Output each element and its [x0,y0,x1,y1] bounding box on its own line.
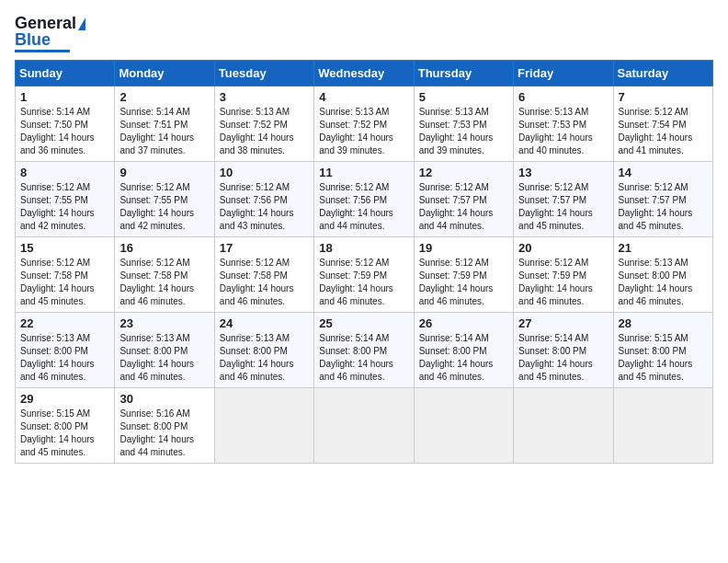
day-number: 1 [20,90,109,104]
day-number: 23 [119,316,209,330]
cell-info: Sunrise: 5:13 AMSunset: 7:52 PMDaylight:… [319,107,393,155]
calendar-cell: 13 Sunrise: 5:12 AMSunset: 7:57 PMDaylig… [514,162,613,237]
day-number: 8 [20,166,109,179]
day-number: 9 [119,166,209,179]
logo-text: General [15,15,85,31]
calendar-cell: 4 Sunrise: 5:13 AMSunset: 7:52 PMDayligh… [314,86,414,162]
cell-info: Sunrise: 5:12 AMSunset: 7:57 PMDaylight:… [619,182,693,231]
calendar-week-2: 8 Sunrise: 5:12 AMSunset: 7:55 PMDayligh… [16,162,713,237]
logo-blue: Blue [15,31,51,48]
cell-info: Sunrise: 5:14 AMSunset: 8:00 PMDaylight:… [419,333,494,382]
calendar-week-5: 29 Sunrise: 5:15 AMSunset: 8:00 PMDaylig… [16,388,713,464]
calendar-cell: 14 Sunrise: 5:12 AMSunset: 7:57 PMDaylig… [613,162,712,237]
cell-info: Sunrise: 5:12 AMSunset: 7:59 PMDaylight:… [518,258,593,306]
calendar-cell: 11 Sunrise: 5:12 AMSunset: 7:56 PMDaylig… [314,162,414,237]
day-header-wednesday: Wednesday [314,61,414,86]
day-number: 29 [20,392,109,406]
cell-info: Sunrise: 5:12 AMSunset: 7:58 PMDaylight:… [220,258,294,306]
calendar-cell: 19 Sunrise: 5:12 AMSunset: 7:59 PMDaylig… [414,237,513,313]
cell-info: Sunrise: 5:12 AMSunset: 7:54 PMDaylight:… [619,107,693,155]
day-number: 11 [319,166,408,179]
cell-info: Sunrise: 5:12 AMSunset: 7:59 PMDaylight:… [319,258,393,306]
calendar-cell: 2 Sunrise: 5:14 AMSunset: 7:51 PMDayligh… [115,86,214,162]
day-number: 28 [619,316,708,330]
cell-info: Sunrise: 5:13 AMSunset: 7:53 PMDaylight:… [419,107,494,155]
calendar-cell: 26 Sunrise: 5:14 AMSunset: 8:00 PMDaylig… [414,313,513,388]
day-number: 22 [20,316,109,330]
cell-info: Sunrise: 5:12 AMSunset: 7:59 PMDaylight:… [419,258,494,306]
calendar-cell: 21 Sunrise: 5:13 AMSunset: 8:00 PMDaylig… [613,237,712,313]
calendar-cell: 20 Sunrise: 5:12 AMSunset: 7:59 PMDaylig… [514,237,613,313]
day-number: 2 [119,90,209,104]
day-number: 4 [319,90,408,104]
cell-info: Sunrise: 5:16 AMSunset: 8:00 PMDaylight:… [119,408,194,457]
day-number: 13 [518,166,608,179]
calendar-cell: 24 Sunrise: 5:13 AMSunset: 8:00 PMDaylig… [214,313,313,388]
day-number: 21 [619,241,708,255]
cell-info: Sunrise: 5:13 AMSunset: 8:00 PMDaylight:… [20,333,95,382]
cell-info: Sunrise: 5:14 AMSunset: 7:51 PMDaylight:… [119,107,194,155]
cell-info: Sunrise: 5:13 AMSunset: 8:00 PMDaylight:… [619,258,693,306]
cell-info: Sunrise: 5:12 AMSunset: 7:56 PMDaylight:… [220,182,294,231]
day-header-monday: Monday [115,61,214,86]
calendar-cell: 7 Sunrise: 5:12 AMSunset: 7:54 PMDayligh… [613,86,712,162]
calendar-cell: 28 Sunrise: 5:15 AMSunset: 8:00 PMDaylig… [613,313,712,388]
cell-info: Sunrise: 5:13 AMSunset: 8:00 PMDaylight:… [119,333,194,382]
calendar-week-1: 1 Sunrise: 5:14 AMSunset: 7:50 PMDayligh… [16,86,713,162]
day-number: 30 [119,392,209,406]
day-header-friday: Friday [514,61,613,86]
day-number: 19 [419,241,508,255]
calendar-cell: 3 Sunrise: 5:13 AMSunset: 7:52 PMDayligh… [214,86,313,162]
calendar-cell: 5 Sunrise: 5:13 AMSunset: 7:53 PMDayligh… [414,86,513,162]
day-number: 18 [319,241,408,255]
day-number: 27 [518,316,608,330]
cell-info: Sunrise: 5:12 AMSunset: 7:55 PMDaylight:… [119,182,194,231]
calendar-cell: 25 Sunrise: 5:14 AMSunset: 8:00 PMDaylig… [314,313,414,388]
calendar-cell: 10 Sunrise: 5:12 AMSunset: 7:56 PMDaylig… [214,162,313,237]
day-number: 26 [419,316,508,330]
logo-underline [15,50,70,52]
day-header-thursday: Thursday [414,61,513,86]
calendar-cell: 9 Sunrise: 5:12 AMSunset: 7:55 PMDayligh… [115,162,214,237]
cell-info: Sunrise: 5:14 AMSunset: 8:00 PMDaylight:… [518,333,593,382]
calendar-week-4: 22 Sunrise: 5:13 AMSunset: 8:00 PMDaylig… [16,313,713,388]
cell-info: Sunrise: 5:13 AMSunset: 7:53 PMDaylight:… [518,107,593,155]
calendar-cell: 18 Sunrise: 5:12 AMSunset: 7:59 PMDaylig… [314,237,414,313]
calendar-cell [613,388,712,464]
calendar-cell: 15 Sunrise: 5:12 AMSunset: 7:58 PMDaylig… [16,237,115,313]
calendar-cell: 30 Sunrise: 5:16 AMSunset: 8:00 PMDaylig… [115,388,214,464]
calendar-table: SundayMondayTuesdayWednesdayThursdayFrid… [15,60,713,464]
calendar-cell [214,388,313,464]
day-header-saturday: Saturday [613,61,712,86]
calendar-cell [314,388,414,464]
day-number: 24 [220,316,309,330]
cell-info: Sunrise: 5:12 AMSunset: 7:57 PMDaylight:… [518,182,593,231]
cell-info: Sunrise: 5:12 AMSunset: 7:56 PMDaylight:… [319,182,393,231]
day-number: 15 [20,241,109,255]
day-number: 7 [619,90,708,104]
page-header: General Blue [15,15,713,52]
cell-info: Sunrise: 5:12 AMSunset: 7:58 PMDaylight:… [20,258,95,306]
cell-info: Sunrise: 5:14 AMSunset: 7:50 PMDaylight:… [20,107,95,155]
calendar-cell: 1 Sunrise: 5:14 AMSunset: 7:50 PMDayligh… [16,86,115,162]
day-number: 6 [518,90,608,104]
logo: General Blue [15,15,85,52]
calendar-cell: 23 Sunrise: 5:13 AMSunset: 8:00 PMDaylig… [115,313,214,388]
day-number: 12 [419,166,508,179]
calendar-week-3: 15 Sunrise: 5:12 AMSunset: 7:58 PMDaylig… [16,237,713,313]
day-number: 3 [220,90,309,104]
calendar-cell: 6 Sunrise: 5:13 AMSunset: 7:53 PMDayligh… [514,86,613,162]
day-header-sunday: Sunday [16,61,115,86]
calendar-cell: 22 Sunrise: 5:13 AMSunset: 8:00 PMDaylig… [16,313,115,388]
cell-info: Sunrise: 5:12 AMSunset: 7:58 PMDaylight:… [119,258,194,306]
calendar-header-row: SundayMondayTuesdayWednesdayThursdayFrid… [16,61,713,86]
day-number: 10 [220,166,309,179]
calendar-cell: 12 Sunrise: 5:12 AMSunset: 7:57 PMDaylig… [414,162,513,237]
day-number: 5 [419,90,508,104]
cell-info: Sunrise: 5:12 AMSunset: 7:57 PMDaylight:… [419,182,494,231]
cell-info: Sunrise: 5:15 AMSunset: 8:00 PMDaylight:… [20,408,95,457]
day-header-tuesday: Tuesday [214,61,313,86]
calendar-cell: 16 Sunrise: 5:12 AMSunset: 7:58 PMDaylig… [115,237,214,313]
day-number: 17 [220,241,309,255]
cell-info: Sunrise: 5:13 AMSunset: 8:00 PMDaylight:… [220,333,294,382]
